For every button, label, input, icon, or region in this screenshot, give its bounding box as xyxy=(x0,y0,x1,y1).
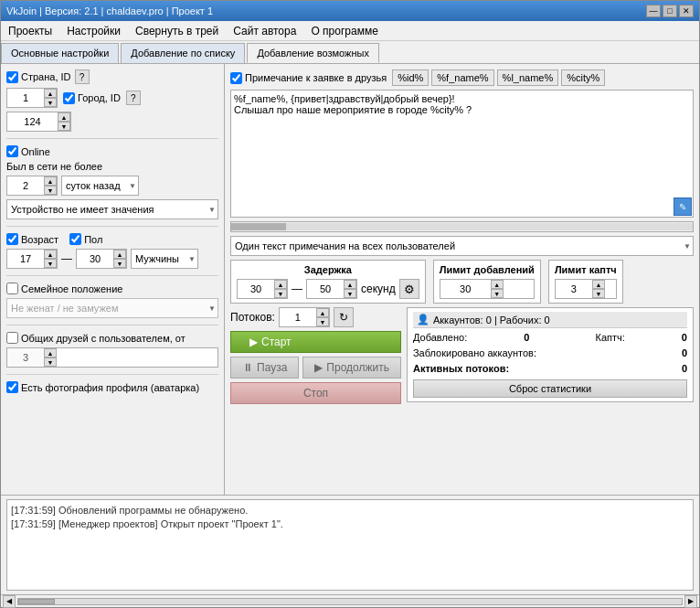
limit-captcha-input[interactable]: 3 xyxy=(556,280,592,298)
age-from-up-btn[interactable]: ▲ xyxy=(44,250,57,259)
online-checkbox[interactable] xyxy=(6,145,18,157)
device-select[interactable]: Устройство не имеет значения xyxy=(6,199,218,219)
delay-to-up-btn[interactable]: ▲ xyxy=(344,280,356,289)
reset-stats-button[interactable]: Сброс статистики xyxy=(413,379,687,398)
tabs-row: Основные настройки Добавление по списку … xyxy=(1,41,699,64)
last-seen-down-btn[interactable]: ▼ xyxy=(44,186,57,195)
delay-inputs: 30 ▲ ▼ — 50 ▲ ▼ xyxy=(237,279,419,299)
log-area-container: [17:31:59] Обновлений программы не обнар… xyxy=(1,495,699,594)
tag-fname-btn[interactable]: %f_name% xyxy=(431,69,493,86)
scrollbar-thumb[interactable] xyxy=(231,223,286,230)
divider-4 xyxy=(6,325,218,325)
mutual-checkbox[interactable] xyxy=(6,332,18,344)
start-button[interactable]: ▶ Старт xyxy=(230,331,401,353)
stats-header: 👤 Аккаунтов: 0 | Рабочих: 0 xyxy=(413,312,687,328)
friend-request-checkbox[interactable] xyxy=(230,72,242,84)
mutual-input[interactable]: 3 xyxy=(7,348,44,367)
age-to-down-btn[interactable]: ▼ xyxy=(113,259,126,268)
blocked-value: 0 xyxy=(682,347,687,358)
last-seen-up-btn[interactable]: ▲ xyxy=(44,176,57,186)
age-checkbox[interactable] xyxy=(6,233,18,245)
limit-add-spinner: 30 ▲ ▼ xyxy=(440,279,535,299)
photo-checkbox[interactable] xyxy=(6,381,18,393)
limit-add-up-btn[interactable]: ▲ xyxy=(491,280,504,289)
threads-buttons-stats-row: Потоков: 1 ▲ ▼ ↻ ▶ Старт xyxy=(230,307,694,404)
age-from-input[interactable]: 17 xyxy=(7,250,44,268)
country-spinner: 1 ▲ ▼ xyxy=(6,88,58,108)
limit-add-input[interactable]: 30 xyxy=(440,280,491,298)
menu-projects[interactable]: Проекты xyxy=(1,21,59,40)
maximize-button[interactable]: □ xyxy=(663,5,677,17)
delay-from-up-btn[interactable]: ▲ xyxy=(274,280,287,289)
tab-basic[interactable]: Основные настройки xyxy=(1,43,119,63)
right-panel: Примечание к заявке в друзья %id% %f_nam… xyxy=(225,64,699,495)
tab-list[interactable]: Добавление по списку xyxy=(121,43,245,63)
family-checkbox[interactable] xyxy=(6,283,18,294)
last-seen-unit-select[interactable]: суток назад часов назад xyxy=(61,176,139,196)
menu-website[interactable]: Сайт автора xyxy=(226,21,303,40)
family-checkbox-group: Семейное положение xyxy=(6,283,218,294)
comment-mode-select[interactable]: Один текст примечания на всех пользовате… xyxy=(230,236,694,256)
country-down-btn[interactable]: ▼ xyxy=(44,98,57,107)
age-checkbox-group: Возраст xyxy=(6,233,58,245)
city-down-btn[interactable]: ▼ xyxy=(58,122,70,131)
title-bar: VkJoin | Версия: 2.1 | chaldaev.pro | Пр… xyxy=(1,1,699,21)
menu-settings[interactable]: Настройки xyxy=(59,21,128,40)
limit-add-down-btn[interactable]: ▼ xyxy=(491,289,504,298)
mutual-up-btn[interactable]: ▲ xyxy=(44,348,57,357)
age-to-up-btn[interactable]: ▲ xyxy=(113,250,126,259)
threads-down-btn[interactable]: ▼ xyxy=(316,317,329,326)
edit-icon-btn[interactable]: ✎ xyxy=(673,197,692,216)
city-checkbox[interactable] xyxy=(63,92,75,104)
tab-possible[interactable]: Добавление возможных xyxy=(247,43,379,63)
mutual-down-btn[interactable]: ▼ xyxy=(44,357,57,367)
scroll-right-btn[interactable]: ▶ xyxy=(684,595,697,608)
delay-from-input[interactable]: 30 xyxy=(238,280,274,298)
continue-button[interactable]: ▶ Продолжить xyxy=(302,357,401,379)
delay-to-down-btn[interactable]: ▼ xyxy=(344,289,356,298)
limit-captcha-down-btn[interactable]: ▼ xyxy=(592,289,605,298)
city-input[interactable]: 124 xyxy=(7,112,58,131)
close-button[interactable]: ✕ xyxy=(679,5,694,17)
country-input[interactable]: 1 xyxy=(7,89,44,107)
limit-captcha-up-btn[interactable]: ▲ xyxy=(592,280,605,289)
scrollbar-thumb[interactable] xyxy=(18,599,55,604)
refresh-button[interactable]: ↻ xyxy=(334,307,354,327)
country-help-button[interactable]: ? xyxy=(75,69,90,84)
threads-up-btn[interactable]: ▲ xyxy=(316,308,329,317)
scrollbar-track[interactable] xyxy=(17,598,683,605)
city-help-button[interactable]: ? xyxy=(126,91,141,105)
scroll-left-btn[interactable]: ◀ xyxy=(3,595,16,608)
age-from-down-btn[interactable]: ▼ xyxy=(44,259,57,268)
pause-button[interactable]: ⏸ Пауза xyxy=(230,357,299,379)
gender-checkbox[interactable] xyxy=(69,233,81,245)
divider-3 xyxy=(6,275,218,276)
family-label: Семейное положение xyxy=(21,283,122,294)
age-range-dash: — xyxy=(61,252,72,265)
threads-input[interactable]: 1 xyxy=(280,308,316,326)
minimize-button[interactable]: — xyxy=(646,5,661,17)
family-select[interactable]: Не женат / не замужем xyxy=(6,298,218,318)
gender-wrapper: Мужчины Женщины Любой xyxy=(131,249,198,269)
tag-city-btn[interactable]: %city% xyxy=(561,69,605,86)
message-textarea[interactable] xyxy=(230,90,694,218)
menu-about[interactable]: О программе xyxy=(303,21,385,40)
added-label: Добавлено: xyxy=(413,332,467,343)
delay-to-input[interactable]: 50 xyxy=(307,280,344,298)
city-up-btn[interactable]: ▲ xyxy=(58,112,70,122)
photo-label: Есть фотография профиля (аватарка) xyxy=(21,382,199,393)
gender-select[interactable]: Мужчины Женщины Любой xyxy=(131,249,198,269)
gear-button[interactable]: ⚙ xyxy=(399,279,419,299)
stop-button[interactable]: Стоп xyxy=(230,382,401,404)
country-checkbox[interactable] xyxy=(6,71,18,83)
age-range-row: 17 ▲ ▼ — 30 ▲ ▼ Мужчины xyxy=(6,249,218,269)
menu-tray[interactable]: Свернуть в трей xyxy=(128,21,226,40)
horizontal-scrollbar: ◀ ▶ xyxy=(1,594,699,607)
age-to-input[interactable]: 30 xyxy=(77,250,113,268)
last-seen-input[interactable]: 2 xyxy=(7,176,44,195)
country-up-btn[interactable]: ▲ xyxy=(44,89,57,98)
delay-from-down-btn[interactable]: ▼ xyxy=(274,289,287,298)
log-line-1: [17:31:59] Обновлений программы не обнар… xyxy=(11,504,689,517)
tag-id-btn[interactable]: %id% xyxy=(392,69,429,86)
tag-lname-btn[interactable]: %l_name% xyxy=(497,69,559,86)
